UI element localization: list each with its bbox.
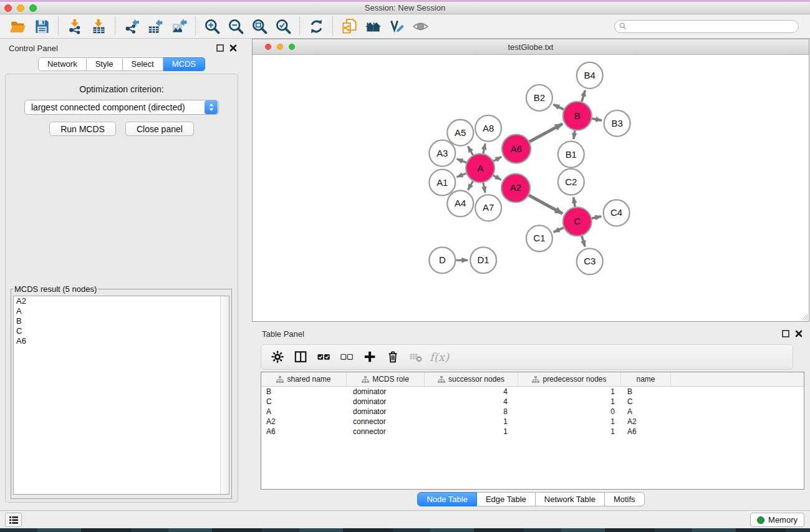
tab-select[interactable]: Select xyxy=(123,57,163,71)
column-header-shared-name[interactable]: shared name xyxy=(261,372,347,386)
edge-A-A4[interactable] xyxy=(468,181,473,190)
search-input[interactable] xyxy=(629,22,794,31)
node-B[interactable]: B xyxy=(563,102,592,130)
import-network-button[interactable] xyxy=(63,16,87,37)
column-header-successor-nodes[interactable]: successor nodes xyxy=(425,372,518,386)
node-A1[interactable]: A1 xyxy=(429,170,455,196)
column-header-name[interactable]: name xyxy=(621,372,671,386)
table-cell[interactable]: dominator xyxy=(347,397,425,406)
node-B2[interactable]: B2 xyxy=(526,85,552,111)
edge-A-A5[interactable] xyxy=(468,146,473,155)
node-B1[interactable]: B1 xyxy=(558,142,584,168)
edge-B-B1[interactable] xyxy=(574,130,575,139)
tab-style[interactable]: Style xyxy=(87,57,123,71)
table-cell[interactable]: A6 xyxy=(621,427,671,436)
node-C3[interactable]: C3 xyxy=(577,248,603,274)
mcds-result-item[interactable]: B xyxy=(14,316,229,326)
tab-mcds[interactable]: MCDS xyxy=(163,57,205,71)
edge-A-A6[interactable] xyxy=(493,157,501,161)
node-B3[interactable]: B3 xyxy=(604,110,630,137)
export-table-button[interactable] xyxy=(143,16,167,37)
node-B4[interactable]: B4 xyxy=(577,62,603,89)
edge-A-A8[interactable] xyxy=(483,143,485,153)
edge-A6-B[interactable] xyxy=(529,124,562,142)
table-cell[interactable]: C xyxy=(621,397,671,406)
table-cell[interactable]: 1 xyxy=(518,397,621,406)
edge-B-B3[interactable] xyxy=(592,118,602,120)
table-cell[interactable]: 1 xyxy=(425,417,518,426)
table-cell[interactable]: connector xyxy=(347,417,425,426)
table-cell[interactable]: 1 xyxy=(518,417,621,426)
node-A6[interactable]: A6 xyxy=(502,135,531,163)
tab-network[interactable]: Network xyxy=(38,57,87,71)
close-panel-button[interactable]: Close panel xyxy=(125,122,194,136)
table-cell[interactable]: A2 xyxy=(261,417,347,426)
table-cell[interactable]: B xyxy=(621,387,671,396)
network-canvas[interactable]: B4B2BB3A8A5A6A3B1AA1C2A2A4A7CC4C1C3DD1 xyxy=(253,56,809,321)
edge-C-C2[interactable] xyxy=(574,197,575,207)
node-A8[interactable]: A8 xyxy=(475,115,501,142)
float-table-panel-icon[interactable] xyxy=(782,330,789,337)
table-row[interactable]: Adominator80A xyxy=(261,407,804,417)
node-C1[interactable]: C1 xyxy=(526,225,552,251)
column-header-MCDS-role[interactable]: MCDS role xyxy=(347,372,425,386)
tab-edge-table[interactable]: Edge Table xyxy=(477,492,536,506)
table-row[interactable]: A6connector11A6 xyxy=(261,427,804,437)
close-panel-icon[interactable] xyxy=(229,44,237,52)
save-session-button[interactable] xyxy=(30,16,54,37)
resize-grip-icon[interactable] xyxy=(799,312,808,321)
edge-C-C3[interactable] xyxy=(582,236,585,246)
zoom-selected-button[interactable] xyxy=(271,16,295,37)
table-cell[interactable]: 4 xyxy=(425,397,518,406)
table-cell[interactable]: A xyxy=(621,407,671,416)
edge-C-C1[interactable] xyxy=(554,228,564,232)
table-cell[interactable]: 4 xyxy=(425,387,518,396)
edge-A2-C[interactable] xyxy=(529,195,562,214)
run-mcds-button[interactable]: Run MCDS xyxy=(49,122,116,136)
node-A7[interactable]: A7 xyxy=(475,195,501,221)
table-cell[interactable]: C xyxy=(261,397,347,406)
table-cell[interactable]: B xyxy=(261,387,347,396)
close-table-panel-icon[interactable] xyxy=(795,330,803,337)
table-cell[interactable]: A xyxy=(261,407,347,416)
delete-column-button[interactable] xyxy=(382,347,405,368)
table-cell[interactable]: 1 xyxy=(425,427,518,436)
select-all-button[interactable] xyxy=(312,347,335,368)
delete-table-button[interactable] xyxy=(405,347,428,368)
table-cell[interactable]: 1 xyxy=(518,427,621,436)
table-cell[interactable]: 0 xyxy=(518,407,621,416)
node-A5[interactable]: A5 xyxy=(447,120,473,146)
memory-button[interactable]: Memory xyxy=(750,513,804,527)
edge-A-A3[interactable] xyxy=(457,159,466,163)
import-table-button[interactable] xyxy=(87,16,110,37)
zoom-fit-button[interactable] xyxy=(248,16,271,37)
node-C4[interactable]: C4 xyxy=(604,200,630,226)
table-cell[interactable]: dominator xyxy=(347,387,425,396)
edge-C-C4[interactable] xyxy=(592,216,601,218)
export-image-button[interactable] xyxy=(167,16,191,37)
table-row[interactable]: A2connector11A2 xyxy=(261,417,804,427)
refresh-layout-button[interactable] xyxy=(304,16,328,37)
edge-A-A2[interactable] xyxy=(493,175,501,180)
edge-B-B4[interactable] xyxy=(582,90,585,102)
table-cell[interactable]: 1 xyxy=(518,387,621,396)
graphics-details-button[interactable] xyxy=(385,16,408,37)
node-A[interactable]: A xyxy=(466,154,494,183)
node-A3[interactable]: A3 xyxy=(429,140,455,167)
edge-B-B2[interactable] xyxy=(553,105,564,110)
split-panel-button[interactable] xyxy=(289,347,312,368)
node-C2[interactable]: C2 xyxy=(558,169,584,195)
zoom-out-button[interactable] xyxy=(224,16,248,37)
add-column-button[interactable] xyxy=(359,347,382,368)
mcds-result-item[interactable]: A6 xyxy=(14,336,229,346)
column-header-predecessor-nodes[interactable]: predecessor nodes xyxy=(518,372,621,386)
float-panel-icon[interactable] xyxy=(216,44,224,52)
result-scrollbar[interactable] xyxy=(220,296,229,494)
node-D[interactable]: D xyxy=(429,247,455,273)
edge-A-A1[interactable] xyxy=(457,173,466,177)
node-C[interactable]: C xyxy=(563,207,592,236)
export-network-button[interactable] xyxy=(120,16,143,37)
task-history-button[interactable] xyxy=(5,513,22,527)
table-cell[interactable]: 8 xyxy=(425,407,518,416)
tab-node-table[interactable]: Node Table xyxy=(417,492,477,506)
